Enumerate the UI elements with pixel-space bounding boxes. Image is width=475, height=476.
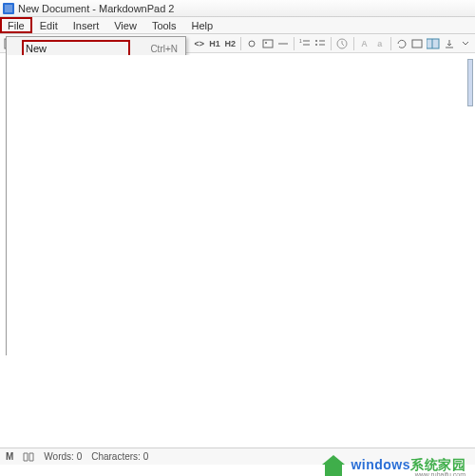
toolbar-separator <box>294 37 294 50</box>
h1-button[interactable]: H1 <box>209 36 220 51</box>
svg-rect-17 <box>412 40 422 48</box>
ol-icon[interactable]: 1 <box>299 36 311 51</box>
toolbar-separator <box>331 37 332 50</box>
hr-icon[interactable] <box>277 36 289 51</box>
watermark-house-icon <box>322 455 347 476</box>
editor-area[interactable] <box>7 55 467 449</box>
toolbar-separator <box>353 37 354 50</box>
svg-point-7 <box>265 42 267 44</box>
app-icon <box>3 3 14 14</box>
status-words: Words: 0 <box>44 451 82 462</box>
refresh-icon[interactable] <box>396 36 408 51</box>
code-button[interactable]: <> <box>194 36 205 51</box>
menu-insert[interactable]: Insert <box>66 17 107 33</box>
toolbar-separator <box>240 37 241 50</box>
svg-text:1: 1 <box>299 38 302 44</box>
menu-tools[interactable]: Tools <box>144 17 184 33</box>
svg-rect-6 <box>263 40 273 48</box>
menu-file[interactable]: File <box>0 17 32 33</box>
ul-icon[interactable] <box>314 36 326 51</box>
toolbar-separator <box>390 37 391 50</box>
split-icon[interactable] <box>427 36 440 51</box>
export-icon[interactable] <box>444 36 455 51</box>
menu-edit[interactable]: Edit <box>32 17 66 33</box>
scrollbar-vertical[interactable] <box>467 55 475 449</box>
svg-point-14 <box>315 44 317 46</box>
font2-icon[interactable]: a <box>374 36 386 51</box>
title-bar: New Document - MarkdownPad 2 <box>0 0 475 17</box>
menu-bar: File Edit Insert View Tools Help <box>0 17 475 34</box>
menu-view[interactable]: View <box>106 17 144 33</box>
window-title: New Document - MarkdownPad 2 <box>18 3 174 14</box>
svg-point-12 <box>315 40 317 42</box>
font-icon[interactable]: A <box>358 36 370 51</box>
image-icon[interactable] <box>262 36 274 51</box>
link-icon[interactable] <box>246 36 257 51</box>
dropdown-icon[interactable] <box>460 36 471 51</box>
timestamp-icon[interactable] <box>336 36 348 51</box>
menu-help[interactable]: Help <box>184 17 221 33</box>
watermark-url: www.ruhaifu.com <box>415 471 466 476</box>
book-icon <box>23 452 34 462</box>
status-chars: Characters: 0 <box>91 451 148 462</box>
markdown-mode-icon: M <box>6 451 13 462</box>
h2-button[interactable]: H2 <box>224 36 236 51</box>
preview-icon[interactable] <box>411 36 423 51</box>
